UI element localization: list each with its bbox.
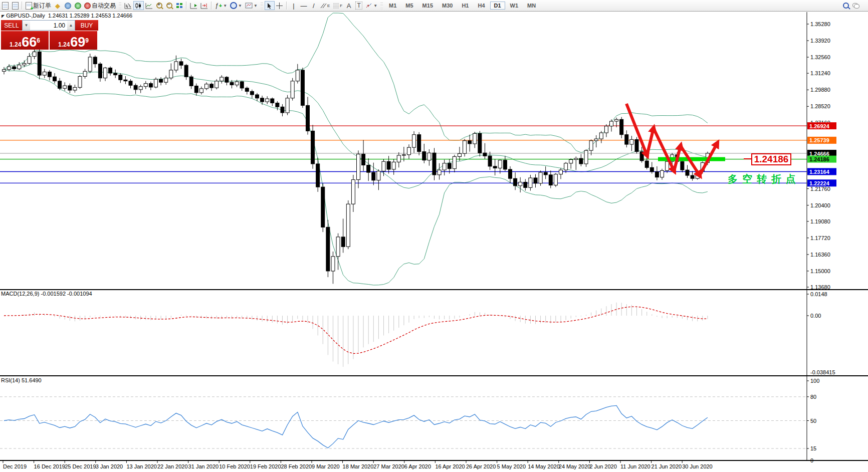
signals-button[interactable] — [73, 1, 83, 10]
timeframe-m5[interactable]: M5 — [401, 2, 417, 10]
svg-text:0.00: 0.00 — [810, 313, 821, 319]
autotrading-icon — [84, 3, 91, 9]
timeframe-h1[interactable]: H1 — [458, 2, 473, 10]
svg-text:50: 50 — [810, 418, 816, 424]
svg-text:100: 100 — [810, 378, 819, 384]
svg-text:1.32560: 1.32560 — [810, 54, 830, 60]
timeframe-m1[interactable]: M1 — [385, 2, 400, 10]
date-axis[interactable]: Dec 201916 Dec 201925 Dec 20193 Jan 2020… — [3, 461, 713, 469]
price-axis[interactable]: 1.352801.339201.325601.312401.298801.285… — [807, 21, 836, 290]
line-chart-icon — [145, 3, 153, 9]
volume-down-button[interactable]: ▼ — [23, 21, 30, 30]
volume-value[interactable]: 1.00 — [30, 21, 67, 30]
separator — [286, 2, 287, 10]
autotrading-button[interactable]: 自动交易 — [83, 1, 117, 10]
svg-text:9 Mar 2020: 9 Mar 2020 — [312, 463, 340, 469]
zoom-out-button[interactable]: − — [164, 1, 174, 10]
bar-chart-button[interactable] — [123, 1, 133, 10]
svg-text:13 Jan 2020: 13 Jan 2020 — [126, 463, 157, 469]
profiles-button[interactable] — [10, 1, 20, 10]
svg-text:19 Feb 2020: 19 Feb 2020 — [250, 463, 281, 469]
rsi-indicator-label: RSI(14) 51.6490 — [1, 377, 42, 383]
candlestick-chart-button[interactable] — [133, 1, 144, 10]
toolbar-drag-handle[interactable] — [380, 2, 383, 9]
vertical-line-button[interactable]: | — [289, 1, 299, 10]
templates-button[interactable]: ▼ — [244, 1, 259, 10]
timeframe-h4[interactable]: H4 — [474, 2, 489, 10]
trendline-button[interactable]: / — [309, 1, 319, 10]
sell-price-button[interactable]: 1.24666 — [1, 31, 49, 50]
rsi-level-lines — [0, 397, 807, 448]
svg-text:1.16360: 1.16360 — [810, 252, 830, 258]
periods-button[interactable]: ▼ — [229, 1, 244, 10]
zoom-in-button[interactable]: + — [154, 1, 164, 10]
pivot-note-text[interactable]: 多空转折点 — [728, 172, 800, 186]
volume-up-button[interactable]: ▲ — [67, 21, 75, 30]
indicators-button[interactable]: ƒ+▼ — [213, 1, 229, 10]
search-icon — [843, 3, 849, 9]
svg-text:1.31240: 1.31240 — [810, 70, 830, 76]
callout-connector — [744, 158, 751, 159]
buy-price-button[interactable]: 1.24699 — [50, 31, 97, 50]
svg-text:1.33920: 1.33920 — [810, 38, 830, 44]
new-order-label: 新订单 — [33, 2, 51, 10]
buy-button[interactable]: BUY — [75, 20, 98, 31]
channel-button[interactable]: E — [319, 1, 331, 10]
chat-button[interactable] — [851, 1, 861, 10]
chart-plot[interactable]: 1.352801.339201.325601.312401.298801.285… — [0, 0, 868, 472]
rsi-axis[interactable]: 1008050150 — [807, 378, 819, 463]
new-order-button[interactable]: + 新订单 — [24, 1, 53, 10]
fibonacci-button[interactable]: F — [331, 1, 344, 10]
svg-text:28 Feb 2020: 28 Feb 2020 — [281, 463, 312, 469]
svg-text:26 Apr 2020: 26 Apr 2020 — [466, 463, 496, 469]
new-chart-button[interactable] — [0, 1, 10, 10]
svg-text:1.13680: 1.13680 — [810, 284, 830, 290]
search-button[interactable] — [841, 1, 851, 10]
svg-text:1.26924: 1.26924 — [809, 123, 830, 129]
svg-text:27 Mar 2020: 27 Mar 2020 — [373, 463, 404, 469]
separator — [211, 2, 212, 10]
community-button[interactable] — [63, 1, 73, 10]
timeframe-mn[interactable]: MN — [523, 2, 540, 10]
timeframe-m30[interactable]: M30 — [438, 2, 457, 10]
svg-text:25 Dec 2019: 25 Dec 2019 — [65, 463, 96, 469]
line-chart-button[interactable] — [144, 1, 154, 10]
svg-text:1.19080: 1.19080 — [810, 218, 830, 224]
zoom-in-icon: + — [156, 3, 162, 9]
svg-text:6 Apr 2020: 6 Apr 2020 — [404, 463, 431, 469]
text-label-button[interactable]: T — [354, 1, 364, 10]
timeframe-w1[interactable]: W1 — [506, 2, 523, 10]
horizontal-line-button[interactable]: — — [299, 1, 309, 10]
cursor-button[interactable] — [265, 1, 275, 10]
svg-text:1.15000: 1.15000 — [810, 268, 830, 274]
tile-windows-button[interactable] — [174, 1, 184, 10]
crosshair-button[interactable] — [275, 1, 285, 10]
text-button[interactable]: A — [344, 1, 354, 10]
svg-text:16 Apr 2020: 16 Apr 2020 — [435, 463, 465, 469]
timeframe-m15[interactable]: M15 — [418, 2, 437, 10]
new-chart-icon — [2, 2, 9, 10]
auto-scroll-button[interactable] — [188, 1, 199, 10]
svg-text:21 Jun 2020: 21 Jun 2020 — [652, 463, 682, 469]
arrows-button[interactable]: ▼ — [364, 1, 379, 10]
sell-button[interactable]: SELL — [1, 20, 22, 31]
macd-axis[interactable]: 0.01480.00-0.038415 — [807, 291, 835, 375]
svg-text:2 Jun 2020: 2 Jun 2020 — [589, 463, 616, 469]
one-click-trading-panel: SELL ▼ 1.00 ▲ BUY 1.24666 1.24699 — [1, 20, 98, 50]
pane-separators[interactable] — [0, 12, 868, 461]
timeframe-d1[interactable]: D1 — [490, 2, 505, 10]
main-toolbar: + 新订单 ◆ 自动交易 + − ƒ+▼ ▼ ▼ | — / E F A T — [0, 0, 868, 12]
timeframe-group: M1M5M15M30H1H4D1W1MN — [384, 2, 540, 10]
toolbar-drag-handle[interactable] — [119, 2, 121, 9]
price-callout-box[interactable]: 1.24186 — [751, 153, 791, 165]
bar-chart-icon — [124, 3, 132, 9]
new-order-icon: + — [26, 2, 32, 10]
mt4-window: + 新订单 ◆ 自动交易 + − ƒ+▼ ▼ ▼ | — / E F A T — [0, 0, 868, 472]
market-depth-button[interactable]: ◆ — [53, 1, 63, 10]
chart-shift-button[interactable] — [199, 1, 209, 10]
rsi-value: 51.6490 — [22, 377, 42, 383]
chart-corner-icon: ◤ — [2, 14, 5, 19]
fibonacci-icon — [333, 3, 340, 9]
toolbar-drag-handle[interactable] — [261, 2, 263, 9]
svg-text:5 May 2020: 5 May 2020 — [497, 463, 526, 469]
